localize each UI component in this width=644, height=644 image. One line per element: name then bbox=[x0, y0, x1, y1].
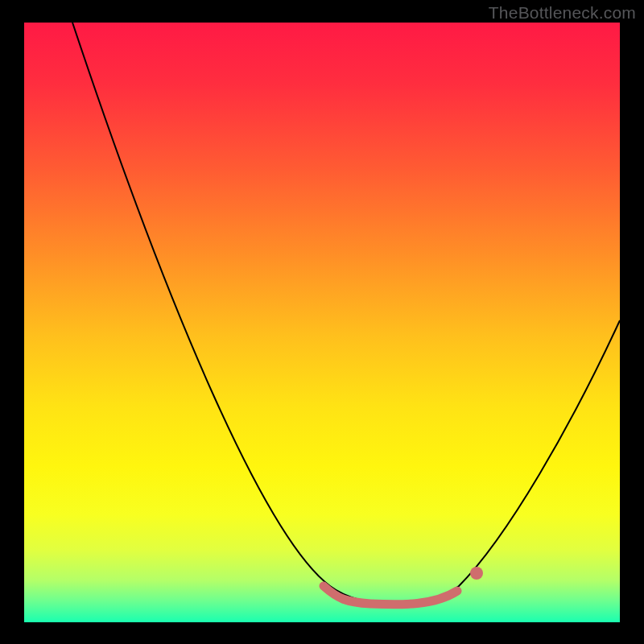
marker-dot bbox=[470, 567, 483, 580]
watermark-text: TheBottleneck.com bbox=[489, 3, 636, 23]
gradient-background bbox=[24, 23, 620, 622]
plot-area bbox=[24, 23, 620, 622]
chart-svg bbox=[24, 23, 620, 622]
chart-frame: TheBottleneck.com bbox=[0, 0, 644, 644]
